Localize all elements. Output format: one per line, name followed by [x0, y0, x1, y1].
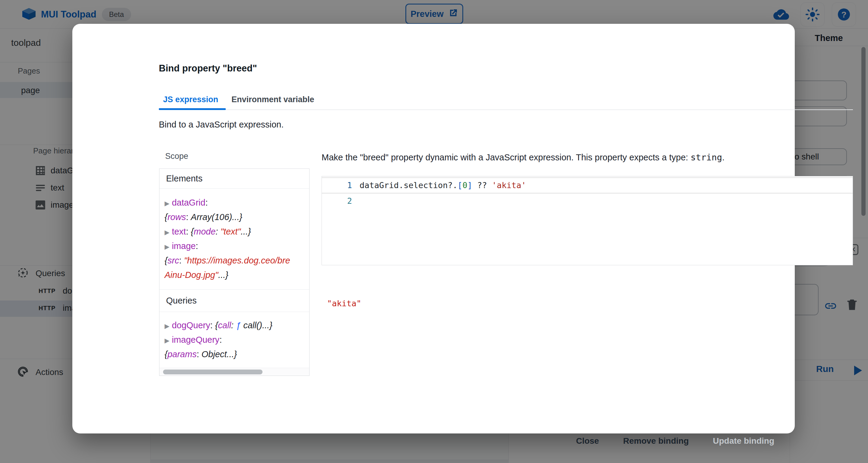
- js-expression-editor[interactable]: 1 dataGrid.selection?.[0] ?? 'akita' 2: [321, 176, 853, 265]
- tree-row-dogquery[interactable]: ▶dogQuery: {call: ƒ call()...}: [159, 318, 309, 333]
- line-number: 2: [322, 194, 352, 208]
- dialog-title: Bind property "breed": [159, 63, 257, 74]
- tree-row-image-preview: {src: "https://images.dog.ceo/bre: [159, 253, 309, 268]
- elements-group-header: Elements: [159, 169, 309, 189]
- tree-row-image-preview-wrap: Ainu-Dog.jpg"...}: [159, 268, 309, 282]
- tree-row-imagequery[interactable]: ▶imageQuery:: [159, 333, 309, 347]
- tab-environment-variable[interactable]: Environment variable: [231, 95, 314, 104]
- tab-js-expression[interactable]: JS expression: [163, 95, 218, 104]
- queries-group-header: Queries: [159, 289, 309, 312]
- tree-row-datagrid[interactable]: ▶dataGrid:: [159, 195, 309, 210]
- update-binding-button[interactable]: Update binding: [704, 433, 783, 449]
- scope-scrollbar-track[interactable]: [159, 368, 309, 376]
- editor-line-2[interactable]: 2: [322, 194, 852, 208]
- queries-tree: ▶dogQuery: {call: ƒ call()...} ▶imageQue…: [159, 318, 309, 362]
- binding-instruction: Make the "breed" property dynamic with a…: [321, 152, 724, 162]
- close-button[interactable]: Close: [567, 433, 607, 449]
- elements-tree: ▶dataGrid: {rows: Array(106)...} ▶text: …: [159, 195, 309, 282]
- tree-row-text[interactable]: ▶text: {mode: "text"...}: [159, 224, 309, 239]
- tree-row-image[interactable]: ▶image:: [159, 239, 309, 253]
- scope-explorer: Elements ▶dataGrid: {rows: Array(106)...…: [159, 168, 310, 376]
- instruction-text: Make the "breed" property dynamic with a…: [321, 153, 690, 162]
- line-number: 1: [322, 178, 352, 193]
- code-line-1[interactable]: dataGrid.selection?.[0] ?? 'akita': [360, 178, 526, 193]
- tree-row-imagequery-preview: {params: Object...}: [159, 347, 309, 362]
- active-tab-indicator: [159, 108, 226, 110]
- scope-label: Scope: [165, 152, 188, 161]
- tree-row-datagrid-preview: {rows: Array(106)...}: [159, 210, 309, 224]
- expected-type: string: [690, 152, 722, 162]
- dialog-description: Bind to a JavaScript expression.: [159, 120, 284, 130]
- evaluation-result: "akita": [327, 299, 361, 308]
- remove-binding-button[interactable]: Remove binding: [615, 433, 697, 449]
- dialog-actions: Close Remove binding Update binding: [567, 433, 783, 449]
- bind-property-dialog: Bind property "breed" JS expression Envi…: [72, 24, 795, 433]
- editor-active-line[interactable]: 1 dataGrid.selection?.[0] ?? 'akita': [322, 178, 852, 193]
- tabs-divider: [159, 110, 853, 110]
- instruction-suffix: .: [722, 153, 724, 162]
- scope-scrollbar-thumb[interactable]: [163, 370, 262, 374]
